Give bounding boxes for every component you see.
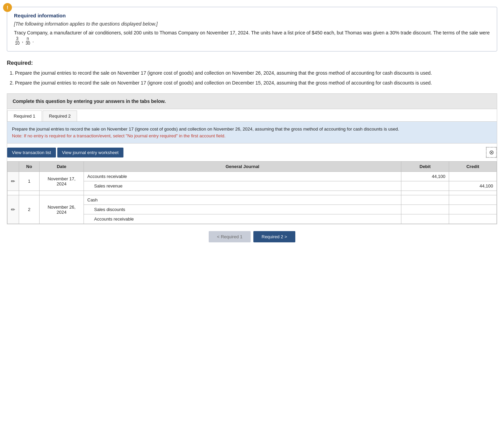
- col-debit-header: Debit: [401, 162, 449, 172]
- spacer-account: [84, 191, 401, 195]
- required-heading: Required:: [7, 60, 497, 66]
- info-box: ! Required information [The following in…: [7, 7, 497, 51]
- tab-required-1[interactable]: Required 1: [7, 110, 42, 121]
- credit-2-2[interactable]: [449, 205, 497, 214]
- info-box-title: Required information: [14, 13, 490, 18]
- fraction-1: 3 10: [15, 36, 20, 46]
- account-2-2[interactable]: Sales discounts: [84, 205, 401, 214]
- row-no-1: 1: [19, 172, 40, 191]
- required-item-1: Prepare the journal entries to record th…: [15, 70, 497, 77]
- col-edit-header: [8, 162, 19, 172]
- fraction-2: n 30: [25, 36, 30, 46]
- row-date-1: November 17, 2024: [40, 172, 84, 191]
- view-journal-entry-worksheet-button[interactable]: View journal entry worksheet: [57, 148, 123, 157]
- warning-icon: !: [3, 3, 12, 12]
- tab-required-2[interactable]: Required 2: [43, 110, 77, 121]
- spacer-no: [19, 191, 40, 195]
- required-list: Prepare the journal entries to record th…: [15, 70, 497, 87]
- spacer-date: [40, 191, 84, 195]
- row-no-2: 2: [19, 195, 40, 224]
- account-2-3[interactable]: Accounts receivable: [84, 214, 401, 224]
- edit-cell-2[interactable]: ✏: [8, 195, 19, 224]
- buttons-row: View transaction list View journal entry…: [7, 144, 497, 161]
- edit-cell-1[interactable]: ✏: [8, 172, 19, 191]
- info-box-subtitle: [The following information applies to th…: [14, 21, 490, 27]
- account-1-1[interactable]: Accounts receivable: [84, 172, 401, 181]
- expand-icon[interactable]: ⊗: [486, 147, 497, 158]
- tab-note: Note: If no entry is required for a tran…: [12, 133, 492, 139]
- spacer-debit: [401, 191, 449, 195]
- required-item-2: Prepare the journal entries to record th…: [15, 79, 497, 87]
- credit-2-3[interactable]: [449, 214, 497, 224]
- debit-1-2[interactable]: [401, 181, 449, 191]
- required-section: Required: Prepare the journal entries to…: [7, 60, 497, 87]
- col-credit-header: Credit: [449, 162, 497, 172]
- nav-buttons: < Required 1 Required 2 >: [7, 231, 497, 242]
- next-button[interactable]: Required 2 >: [253, 231, 295, 242]
- col-date-header: Date: [40, 162, 84, 172]
- spacer-credit: [449, 191, 497, 195]
- info-box-body: Tracy Company, a manufacturer of air con…: [14, 29, 490, 46]
- complete-box: Complete this question by entering your …: [7, 93, 497, 109]
- tabs-row: Required 1 Required 2: [7, 109, 497, 122]
- credit-1-2[interactable]: 44,100: [449, 181, 497, 191]
- table-row-spacer: [8, 191, 497, 195]
- view-transaction-list-button[interactable]: View transaction list: [7, 148, 56, 157]
- tab-description: Prepare the journal entries to record th…: [12, 126, 492, 133]
- pencil-icon: ✏: [11, 178, 15, 184]
- debit-2-1[interactable]: [401, 195, 449, 205]
- tab-content: Prepare the journal entries to record th…: [7, 122, 497, 144]
- credit-1-1[interactable]: [449, 172, 497, 181]
- account-2-1[interactable]: Cash: [84, 195, 401, 205]
- table-row: ✏ 1 November 17, 2024 Accounts receivabl…: [8, 172, 497, 181]
- debit-2-3[interactable]: [401, 214, 449, 224]
- tabs-container: Required 1 Required 2 Prepare the journa…: [7, 109, 497, 224]
- col-no-header: No: [19, 162, 40, 172]
- table-row: ✏ 2 November 26, 2024 Cash: [8, 195, 497, 205]
- credit-2-1[interactable]: [449, 195, 497, 205]
- debit-1-1[interactable]: 44,100: [401, 172, 449, 181]
- col-journal-header: General Journal: [84, 162, 401, 172]
- spacer-edit: [8, 191, 19, 195]
- account-1-2[interactable]: Sales revenue: [84, 181, 401, 191]
- prev-button: < Required 1: [209, 231, 251, 242]
- row-date-2: November 26, 2024: [40, 195, 84, 224]
- pencil-icon: ✏: [11, 207, 15, 212]
- journal-table: No Date General Journal Debit Credit ✏ 1…: [7, 161, 497, 224]
- debit-2-2[interactable]: [401, 205, 449, 214]
